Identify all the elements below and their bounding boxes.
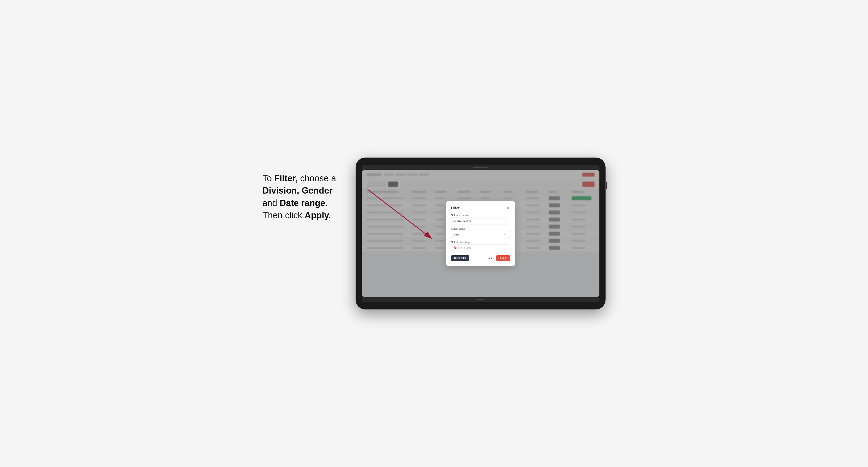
division-clear-icon[interactable]: × xyxy=(504,220,505,222)
division-label: Select a division xyxy=(451,214,510,217)
gender-chevron-icon: ⌃⌄ xyxy=(506,232,508,237)
bold-filter: Filter, xyxy=(274,173,298,183)
tablet-device: Filter × Select a division NCAA Division… xyxy=(355,158,606,309)
division-controls: × ⌃⌄ xyxy=(504,219,508,223)
tablet-wrapper: Filter × Select a division NCAA Division… xyxy=(355,158,606,309)
apply-button[interactable]: Apply xyxy=(496,255,510,261)
gender-clear-icon[interactable]: × xyxy=(504,233,505,236)
instruction-text: To Filter, choose a Division, Gender and… xyxy=(262,158,341,222)
gender-controls: × ⌃⌄ xyxy=(504,232,508,237)
tablet-home-button xyxy=(477,299,484,301)
tablet-side-button xyxy=(606,182,607,189)
modal-overlay: Filter × Select a division NCAA Division… xyxy=(362,170,599,297)
modal-footer: Clear filter Cancel Apply xyxy=(451,255,510,261)
page-wrapper: To Filter, choose a Division, Gender and… xyxy=(262,158,606,309)
date-label: Select Date range xyxy=(451,241,510,244)
bold-apply: Apply. xyxy=(305,210,331,220)
gender-label: Select gender xyxy=(451,227,510,230)
modal-title: Filter xyxy=(451,206,460,210)
division-value: NCAA Division I xyxy=(453,220,472,222)
date-input[interactable]: 📅 Pick a date xyxy=(451,245,510,251)
bold-division-gender: Division, Gender xyxy=(262,185,333,195)
modal-footer-right: Cancel Apply xyxy=(487,255,510,261)
tablet-camera xyxy=(473,166,488,168)
calendar-icon: 📅 xyxy=(453,247,457,250)
gender-value: Men xyxy=(453,233,459,236)
division-chevron-icon: ⌃⌄ xyxy=(506,219,508,223)
tablet-bottom-bar xyxy=(362,297,599,302)
cancel-button[interactable]: Cancel xyxy=(487,257,494,259)
gender-form-group: Select gender Men × ⌃⌄ xyxy=(451,227,510,238)
division-form-group: Select a division NCAA Division I × ⌃⌄ xyxy=(451,214,510,224)
bold-date-range: Date range. xyxy=(280,198,328,208)
date-placeholder: Pick a date xyxy=(458,247,471,249)
division-select[interactable]: NCAA Division I × ⌃⌄ xyxy=(451,218,510,224)
date-form-group: Select Date range 📅 Pick a date xyxy=(451,241,510,251)
tablet-top-bar xyxy=(362,165,599,170)
tablet-screen: Filter × Select a division NCAA Division… xyxy=(362,170,599,297)
modal-header: Filter × xyxy=(451,206,510,210)
gender-select[interactable]: Men × ⌃⌄ xyxy=(451,231,510,238)
modal-close-button[interactable]: × xyxy=(506,206,510,210)
filter-modal: Filter × Select a division NCAA Division… xyxy=(446,201,515,266)
clear-filter-button[interactable]: Clear filter xyxy=(451,255,469,261)
